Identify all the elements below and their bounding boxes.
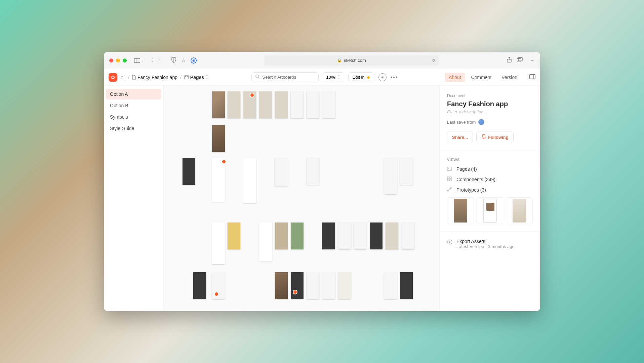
bell-icon [481,134,486,140]
new-tab-icon[interactable]: ＋ [529,57,535,64]
artboard[interactable] [354,223,367,249]
sidebar-item-option-b[interactable]: Option B [106,100,161,111]
window-maximize-button[interactable] [123,58,127,63]
window-close-button[interactable] [109,58,113,63]
svg-rect-16 [447,167,451,170]
notification-dot[interactable] [214,292,219,296]
prototype-thumbnail[interactable] [506,197,533,224]
artboard[interactable] [193,272,206,299]
nav-forward-button[interactable]: 〉 [158,57,163,64]
edit-in-app-button[interactable]: Edit in ◆ [348,72,374,82]
right-panel-toggle-button[interactable] [529,74,535,80]
view-components[interactable]: Components (349) [447,176,533,182]
artboard[interactable] [401,223,414,249]
refresh-icon[interactable]: ⟳ [432,58,436,63]
tabs-overview-icon[interactable] [517,57,523,64]
artboard[interactable] [212,125,225,152]
password-manager-icon[interactable]: ◉ [191,57,197,64]
sidebar-item-option-a[interactable]: Option A [106,89,161,99]
svg-point-22 [447,190,449,191]
artboard[interactable] [386,223,398,249]
window-minimize-button[interactable] [116,58,120,63]
sidebar-item-style-guide[interactable]: Style Guide [106,123,161,134]
artboard[interactable] [212,223,225,264]
notification-dot[interactable] [250,93,254,97]
artboard[interactable] [322,272,335,299]
artboard[interactable] [243,158,256,203]
artboard[interactable] [322,91,335,118]
pages-icon [447,167,452,172]
breadcrumb-workspace[interactable] [121,75,125,79]
description-input[interactable]: Enter a description... [447,109,533,114]
artboard[interactable] [384,158,397,194]
favorite-star-icon[interactable]: ☆ [181,57,186,64]
search-artboards-input[interactable] [251,72,319,82]
breadcrumb-document[interactable]: Fancy Fashion app [132,75,177,80]
breadcrumb: / Fancy Fashion app / Pages ⌃⌄ [121,75,208,80]
artboard[interactable] [275,91,288,118]
following-button[interactable]: Following [476,131,514,143]
export-assets-button[interactable]: Export Assets Latest Version - 3 months … [447,239,533,249]
view-pages[interactable]: Pages (4) [447,166,533,172]
svg-rect-21 [450,179,451,181]
url-bar[interactable]: 🔒 sketch.com ⟳ [264,55,439,66]
artboard[interactable] [228,223,240,249]
chevron-up-down-icon: ⌃⌄ [338,75,340,80]
privacy-shield-icon[interactable] [171,57,176,64]
share-icon[interactable] [507,57,512,64]
sidebar-toggle-button[interactable]: ⌄ [134,58,144,63]
artboard[interactable] [307,91,319,118]
artboard[interactable] [275,272,288,299]
zoom-control[interactable]: 10% ⌃⌄ [323,72,344,82]
tab-version[interactable]: Version [497,73,521,82]
artboard[interactable] [384,272,397,299]
artboard[interactable] [291,91,304,118]
url-host: sketch.com [344,58,366,63]
tab-about[interactable]: About [445,73,465,82]
last-save-label: Last save from [447,120,476,125]
sketch-gem-icon: ◆ [367,75,370,80]
search-input-field[interactable] [263,75,319,80]
chevron-up-down-icon: ⌃⌄ [205,75,208,80]
notification-dot[interactable] [222,159,226,164]
svg-rect-10 [187,76,188,77]
canvas[interactable] [164,85,439,311]
lock-icon: 🔒 [337,58,342,63]
artboard[interactable] [275,158,288,187]
artboard[interactable] [212,91,225,118]
app-logo[interactable] [109,73,117,82]
svg-rect-5 [518,57,522,61]
artboard[interactable] [307,158,319,185]
sidebar-item-symbols[interactable]: Symbols [106,112,161,122]
artboard[interactable] [338,272,351,299]
artboard[interactable] [322,223,335,249]
avatar[interactable] [478,119,484,125]
artboard[interactable] [338,223,351,249]
artboard[interactable] [291,223,304,249]
artboard[interactable] [275,223,288,249]
add-comment-button[interactable]: ＋ [378,73,387,81]
artboard[interactable] [307,272,319,299]
tab-comment[interactable]: Comment [467,73,496,82]
artboard[interactable] [228,91,240,118]
prototype-thumbnail[interactable] [447,197,474,224]
artboard[interactable] [259,91,272,118]
nav-back-button[interactable]: 〈 [148,57,154,64]
artboard[interactable] [291,272,304,299]
svg-rect-19 [450,177,451,178]
artboard[interactable] [259,223,272,261]
artboard[interactable] [183,158,195,185]
prototype-thumbnail[interactable] [477,197,504,224]
svg-point-12 [255,75,258,78]
notification-dot[interactable] [293,290,297,294]
breadcrumb-pages-dropdown[interactable]: Pages ⌃⌄ [184,75,208,80]
more-menu-button[interactable]: ••• [391,74,398,80]
share-button[interactable]: Share... [447,131,473,143]
artboard[interactable] [400,158,413,185]
artboard[interactable] [212,158,225,202]
artboard[interactable] [370,223,383,249]
views-section-label: VIEWS [447,158,533,162]
artboard[interactable] [400,272,413,299]
view-prototypes[interactable]: Prototypes (3) [447,187,533,193]
svg-point-23 [450,187,451,189]
